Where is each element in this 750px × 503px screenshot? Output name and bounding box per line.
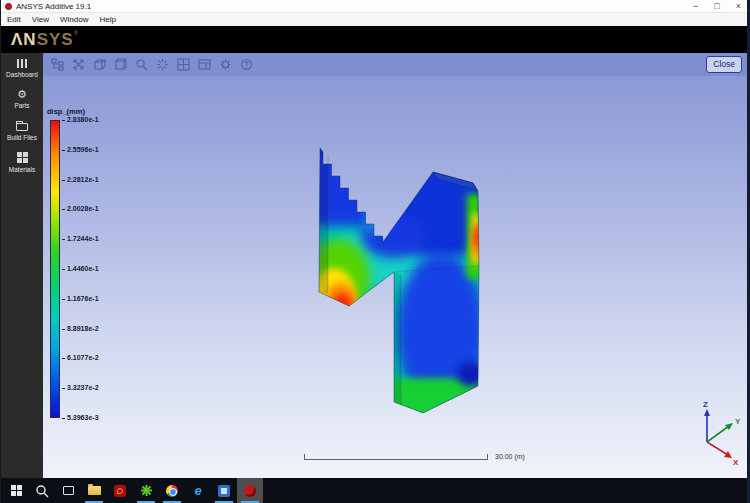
menu-bar: Edit View Window Help	[1, 13, 747, 26]
legend-colorbar	[50, 120, 60, 418]
settings-icon[interactable]	[217, 57, 234, 73]
legend-label: 1.7244e-1	[62, 235, 99, 243]
sidebar-item-parts[interactable]: ⚙ Parts	[1, 83, 43, 114]
sidebar-item-build-files[interactable]: Build Files	[1, 114, 43, 146]
columns-icon	[17, 59, 28, 68]
legend-label: 1.1676e-1	[62, 295, 99, 303]
zoom-icon[interactable]	[133, 57, 150, 73]
search-icon	[35, 484, 49, 498]
menu-edit[interactable]: Edit	[7, 15, 21, 24]
viewer-toolbar: Close	[43, 53, 748, 76]
sidebar-item-materials[interactable]: Materials	[1, 146, 43, 178]
axis-y-label: Y	[735, 417, 741, 426]
window-layout-icon[interactable]	[196, 57, 213, 73]
menu-view[interactable]: View	[32, 15, 49, 24]
taskbar-search-button[interactable]	[29, 478, 55, 503]
windows-taskbar: e	[1, 478, 750, 503]
refresh-view-icon[interactable]	[154, 57, 171, 73]
brand-bar: ΛNSYS®	[1, 26, 747, 53]
blue-app-button[interactable]	[211, 478, 237, 503]
sidebar-item-dashboard[interactable]: Dashboard	[1, 53, 43, 83]
legend-label: 8.8918e-2	[62, 325, 99, 333]
start-button[interactable]	[3, 478, 29, 503]
model-tree-icon[interactable]	[49, 57, 66, 73]
internet-explorer-icon: e	[194, 485, 201, 497]
scale-bar-label: 30.00 (m)	[495, 453, 525, 460]
title-bar: ANSYS Additive 19.1 − □ ×	[1, 0, 747, 13]
green-app-icon	[140, 484, 153, 497]
axis-triad: Z Y X	[671, 398, 750, 468]
ansys-additive-taskbar-button[interactable]	[237, 478, 263, 503]
blue-app-icon	[218, 485, 230, 497]
close-window-button[interactable]: ×	[736, 2, 741, 11]
legend-label: 2.2812e-1	[62, 176, 99, 184]
window-title: ANSYS Additive 19.1	[16, 2, 91, 11]
legend-title: disp_(mm)	[47, 107, 85, 116]
axis-z-label: Z	[703, 400, 708, 409]
bounding-box-icon[interactable]	[112, 57, 129, 73]
scale-bar	[304, 454, 488, 460]
windows-logo-icon	[11, 485, 22, 496]
legend-label: 6.1077e-2	[62, 354, 99, 362]
grid-icon	[17, 152, 28, 163]
chrome-button[interactable]	[159, 478, 185, 503]
axis-x-label: X	[733, 458, 739, 467]
task-view-button[interactable]	[55, 478, 81, 503]
folder-icon	[16, 123, 28, 131]
legend-label: 5.3963e-3	[62, 414, 99, 422]
fit-view-icon[interactable]	[70, 57, 87, 73]
isometric-view-icon[interactable]	[91, 57, 108, 73]
acrobat-button[interactable]	[107, 478, 133, 503]
menu-window[interactable]: Window	[60, 15, 88, 24]
file-explorer-icon	[88, 486, 101, 495]
legend-label: 1.4460e-1	[62, 265, 99, 273]
close-view-button[interactable]: Close	[706, 56, 742, 73]
sidebar: Dashboard ⚙ Parts Build Files Materials	[1, 53, 43, 478]
legend-label: 3.3237e-2	[62, 384, 99, 392]
minimize-button[interactable]: −	[693, 2, 698, 11]
result-viewport[interactable]: disp_(mm) 2.8380e-1 2.5596e-1 2.2812e-1 …	[43, 76, 748, 478]
legend-label: 2.5596e-1	[62, 146, 99, 154]
contour-model	[43, 76, 748, 478]
chrome-icon	[166, 485, 178, 497]
menu-help[interactable]: Help	[99, 15, 115, 24]
internet-explorer-button[interactable]: e	[185, 478, 211, 503]
task-view-icon	[63, 486, 74, 495]
ansys-additive-window: ANSYS Additive 19.1 − □ × Edit View Wind…	[0, 0, 750, 503]
maximize-button[interactable]: □	[714, 2, 719, 11]
legend-label: 2.8380e-1	[62, 116, 99, 124]
ansys-logo: ΛNSYS®	[11, 30, 79, 50]
app-icon	[5, 3, 12, 10]
acrobat-icon	[114, 485, 126, 497]
green-app-button[interactable]	[133, 478, 159, 503]
file-explorer-button[interactable]	[81, 478, 107, 503]
legend-label: 2.0028e-1	[62, 205, 99, 213]
grid-layout-icon[interactable]	[175, 57, 192, 73]
gear-icon: ⚙	[17, 89, 27, 99]
help-icon[interactable]	[238, 57, 255, 73]
ansys-additive-icon	[244, 485, 256, 497]
